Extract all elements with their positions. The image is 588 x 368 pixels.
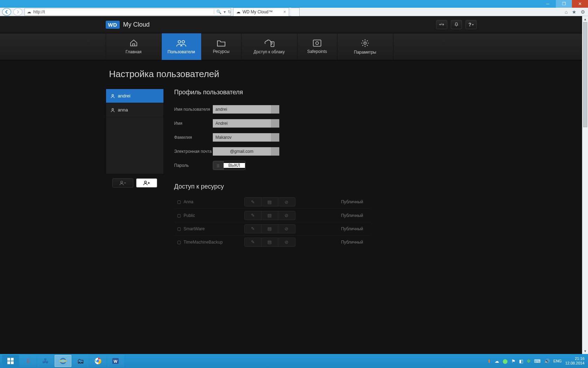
perm-ro-icon[interactable]: ▤ xyxy=(261,238,278,246)
permission-toggle[interactable]: ✎ ▤ ⊘ xyxy=(244,224,295,233)
tray-icon[interactable]: ⬆ xyxy=(487,359,491,364)
tray-icon[interactable]: ⌨ xyxy=(534,359,541,364)
user-row[interactable]: andrei xyxy=(106,89,163,103)
access-row: ▢Public ✎ ▤ ⊘ Публичный xyxy=(174,209,370,222)
access-table: ▢Anna ✎ ▤ ⊘ Публичный ▢Public ✎ xyxy=(174,195,370,248)
user-name: anna xyxy=(118,107,128,113)
perm-rw-icon[interactable]: ✎ xyxy=(245,225,261,233)
tools-icon[interactable]: ⚙ xyxy=(581,9,585,15)
tray-icon[interactable]: ⬤ xyxy=(503,359,508,364)
perm-ro-icon[interactable]: ▤ xyxy=(261,225,278,233)
perm-none-icon[interactable]: ⊘ xyxy=(278,211,295,220)
scroll-up-icon[interactable]: ▲ xyxy=(582,16,588,22)
folder-icon: ▢ xyxy=(177,213,181,218)
browser-forward-button[interactable] xyxy=(13,8,22,16)
lastname-field[interactable] xyxy=(213,133,271,142)
tray-icon[interactable]: ☁ xyxy=(495,359,499,364)
tray-icon[interactable]: 🔊 xyxy=(544,359,550,364)
share-status: Публичный xyxy=(328,240,370,245)
vertical-scrollbar[interactable]: ▲ ▼ xyxy=(582,16,588,354)
tray-language[interactable]: ENG xyxy=(553,359,562,363)
svg-point-6 xyxy=(112,94,113,96)
perm-ro-icon[interactable]: ▤ xyxy=(261,211,278,220)
favorites-icon[interactable]: ★ xyxy=(572,9,576,15)
nav-label: Safepoints xyxy=(307,49,327,54)
scroll-down-icon[interactable]: ▼ xyxy=(582,348,588,354)
gear-icon xyxy=(360,39,370,48)
nav-cloud-access[interactable]: Доступ к облаку xyxy=(241,33,298,60)
cloud-icon: ☁ xyxy=(27,9,31,14)
page-title: Настройка пользователей xyxy=(109,69,477,80)
perm-none-icon[interactable]: ⊘ xyxy=(278,238,295,246)
scroll-thumb[interactable] xyxy=(583,22,587,127)
window-titlebar: ─ ❐ ✕ xyxy=(0,0,588,8)
label-username: Имя пользователя xyxy=(174,107,213,112)
window-close-button[interactable]: ✕ xyxy=(572,0,588,8)
permission-toggle[interactable]: ✎ ▤ ⊘ xyxy=(244,238,295,247)
access-row: ▢Anna ✎ ▤ ⊘ Публичный xyxy=(174,195,370,209)
user-icon xyxy=(110,108,115,113)
app-brand-name: My Cloud xyxy=(123,21,150,28)
help-button[interactable]: ?▾ xyxy=(465,20,477,29)
address-search-controls[interactable]: 🔍▾↻ xyxy=(214,9,229,14)
window-minimize-button[interactable]: ─ xyxy=(540,0,556,8)
tray-icon[interactable]: ◧ xyxy=(519,359,523,364)
usb-button[interactable] xyxy=(436,20,447,29)
browser-back-button[interactable] xyxy=(2,8,11,16)
nav-safepoints[interactable]: Safepoints xyxy=(298,33,337,60)
folder-icon xyxy=(217,39,226,47)
perm-rw-icon[interactable]: ✎ xyxy=(245,198,261,206)
window-maximize-button[interactable]: ❐ xyxy=(556,0,572,8)
perm-ro-icon[interactable]: ▤ xyxy=(261,198,278,206)
svg-rect-3 xyxy=(313,40,321,46)
nav-settings[interactable]: Параметры xyxy=(337,33,393,60)
perm-rw-icon[interactable]: ✎ xyxy=(245,211,261,220)
tray-icon[interactable]: ⚑ xyxy=(511,359,516,364)
taskbar-app[interactable]: 🖧 xyxy=(37,355,54,367)
permission-toggle[interactable]: ✎ ▤ ⊘ xyxy=(244,197,295,206)
permission-toggle[interactable]: ✎ ▤ ⊘ xyxy=(244,211,295,220)
tray-clock[interactable]: 21:16 12.08.2014 xyxy=(565,356,584,366)
field-edit-button[interactable] xyxy=(271,119,279,128)
browser-new-tab-button[interactable] xyxy=(291,8,300,16)
access-row: ▢TimeMachineBackup ✎ ▤ ⊘ Публичный xyxy=(174,235,370,248)
toggle-label: ВЫКЛ xyxy=(224,163,245,168)
field-edit-button[interactable] xyxy=(271,105,279,114)
remove-user-button[interactable] xyxy=(112,178,133,188)
user-icon xyxy=(110,94,115,98)
firstname-field[interactable] xyxy=(213,119,271,128)
access-row: ▢SmartWare ✎ ▤ ⊘ Публичный xyxy=(174,222,370,235)
taskbar-explorer[interactable]: 🗂 xyxy=(72,355,89,367)
perm-none-icon[interactable]: ⊘ xyxy=(278,198,295,206)
perm-rw-icon[interactable]: ✎ xyxy=(245,238,261,246)
start-button[interactable] xyxy=(2,355,19,367)
taskbar-word[interactable]: W xyxy=(107,355,124,367)
perm-none-icon[interactable]: ⊘ xyxy=(278,225,295,233)
browser-chrome: ☁ http://t 🔍▾↻ ☁ WD My Cloud™ × ⌂ ★ ⚙ xyxy=(0,8,588,16)
taskbar-app[interactable]: ⇩ xyxy=(20,355,36,367)
add-user-button[interactable] xyxy=(136,178,157,188)
username-field[interactable] xyxy=(213,105,271,114)
taskbar-chrome[interactable] xyxy=(90,355,106,367)
alerts-button[interactable] xyxy=(451,20,462,29)
svg-text:W: W xyxy=(114,359,118,363)
nav-users[interactable]: Пользователи xyxy=(162,33,202,60)
password-toggle[interactable]: ||| ВЫКЛ xyxy=(213,161,246,170)
browser-tab[interactable]: ☁ WD My Cloud™ × xyxy=(233,8,289,16)
share-name: Anna xyxy=(184,199,194,204)
nav-shares[interactable]: Ресурсы xyxy=(202,33,241,60)
field-edit-button[interactable] xyxy=(271,133,279,142)
users-icon xyxy=(176,39,187,47)
tab-close-icon[interactable]: × xyxy=(284,9,286,14)
email-field[interactable] xyxy=(213,147,271,156)
user-row[interactable]: anna xyxy=(106,103,163,117)
tray-icon[interactable]: ✻ xyxy=(527,359,531,364)
cloud-icon: ☁ xyxy=(236,9,240,14)
browser-address-bar[interactable]: ☁ http://t 🔍▾↻ xyxy=(24,8,231,16)
svg-rect-11 xyxy=(11,358,14,361)
field-edit-button[interactable] xyxy=(271,147,279,156)
home-icon[interactable]: ⌂ xyxy=(565,9,568,15)
taskbar-ie[interactable] xyxy=(55,355,71,367)
windows-taskbar: ⇩ 🖧 🗂 W ⬆ ☁ ⬤ ⚑ ◧ ✻ ⌨ 🔊 ENG 21:16 12.08.… xyxy=(0,354,588,368)
nav-home[interactable]: Главная xyxy=(106,33,162,60)
